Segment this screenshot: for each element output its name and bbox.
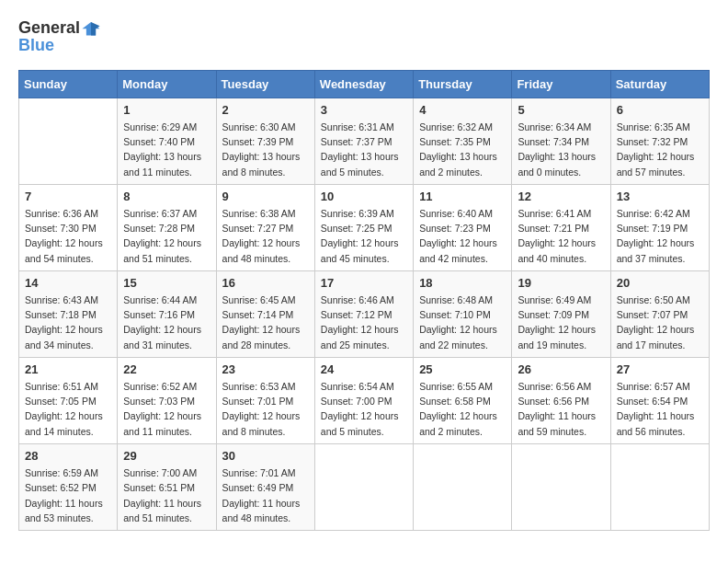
- day-number: 26: [518, 362, 604, 376]
- day-number: 2: [222, 103, 309, 117]
- day-info: Sunrise: 6:43 AMSunset: 7:18 PMDaylight:…: [25, 293, 111, 352]
- day-number: 11: [419, 190, 506, 203]
- calendar-cell: 1Sunrise: 6:29 AMSunset: 7:40 PMDaylight…: [118, 98, 216, 184]
- day-number: 29: [123, 449, 210, 463]
- day-info: Sunrise: 6:30 AMSunset: 7:39 PMDaylight:…: [222, 120, 309, 179]
- day-info: Sunrise: 6:38 AMSunset: 7:27 PMDaylight:…: [222, 206, 309, 266]
- day-info: Sunrise: 6:53 AMSunset: 7:01 PMDaylight:…: [222, 379, 309, 439]
- day-number: 20: [617, 276, 703, 290]
- calendar-cell: 22Sunrise: 6:52 AMSunset: 7:03 PMDayligh…: [118, 357, 216, 443]
- calendar-cell: [314, 444, 413, 531]
- day-number: 14: [25, 276, 111, 290]
- calendar-cell: [610, 444, 709, 531]
- calendar-cell: 29Sunrise: 7:00 AMSunset: 6:51 PMDayligh…: [118, 444, 216, 531]
- day-info: Sunrise: 6:44 AMSunset: 7:16 PMDaylight:…: [123, 293, 210, 352]
- calendar-cell: 7Sunrise: 6:36 AMSunset: 7:30 PMDaylight…: [19, 184, 118, 270]
- day-number: 13: [617, 190, 703, 203]
- day-number: 25: [419, 362, 506, 376]
- calendar-cell: 23Sunrise: 6:53 AMSunset: 7:01 PMDayligh…: [216, 357, 314, 443]
- calendar-cell: 21Sunrise: 6:51 AMSunset: 7:05 PMDayligh…: [19, 357, 118, 443]
- calendar-cell: [414, 444, 512, 531]
- day-info: Sunrise: 6:48 AMSunset: 7:10 PMDaylight:…: [419, 293, 506, 352]
- calendar-cell: 8Sunrise: 6:37 AMSunset: 7:28 PMDaylight…: [118, 184, 216, 270]
- day-of-week-header: Tuesday: [216, 70, 314, 98]
- day-info: Sunrise: 6:32 AMSunset: 7:35 PMDaylight:…: [419, 120, 506, 179]
- day-number: 18: [419, 276, 506, 290]
- day-of-week-header: Saturday: [610, 70, 709, 98]
- calendar-cell: 3Sunrise: 6:31 AMSunset: 7:37 PMDaylight…: [314, 98, 413, 184]
- day-info: Sunrise: 6:56 AMSunset: 6:56 PMDaylight:…: [518, 379, 604, 439]
- day-info: Sunrise: 6:49 AMSunset: 7:09 PMDaylight:…: [518, 293, 604, 352]
- day-info: Sunrise: 6:59 AMSunset: 6:52 PMDaylight:…: [25, 465, 111, 525]
- day-of-week-header: Wednesday: [314, 70, 413, 98]
- day-number: 28: [25, 449, 111, 463]
- calendar-cell: [19, 98, 118, 184]
- calendar-cell: 20Sunrise: 6:50 AMSunset: 7:07 PMDayligh…: [610, 270, 709, 357]
- calendar-cell: 10Sunrise: 6:39 AMSunset: 7:25 PMDayligh…: [314, 184, 413, 270]
- day-number: 5: [518, 103, 604, 117]
- day-info: Sunrise: 6:41 AMSunset: 7:21 PMDaylight:…: [518, 206, 604, 266]
- day-info: Sunrise: 6:57 AMSunset: 6:54 PMDaylight:…: [617, 379, 703, 439]
- calendar-cell: 2Sunrise: 6:30 AMSunset: 7:39 PMDaylight…: [216, 98, 314, 184]
- day-info: Sunrise: 7:01 AMSunset: 6:49 PMDaylight:…: [222, 465, 309, 525]
- calendar-cell: 11Sunrise: 6:40 AMSunset: 7:23 PMDayligh…: [414, 184, 512, 270]
- calendar-cell: 30Sunrise: 7:01 AMSunset: 6:49 PMDayligh…: [216, 444, 314, 531]
- day-info: Sunrise: 6:39 AMSunset: 7:25 PMDaylight:…: [321, 206, 407, 266]
- day-number: 22: [123, 362, 210, 376]
- calendar-week-row: 14Sunrise: 6:43 AMSunset: 7:18 PMDayligh…: [19, 270, 710, 357]
- day-number: 24: [321, 362, 407, 376]
- day-info: Sunrise: 6:55 AMSunset: 6:58 PMDaylight:…: [419, 379, 506, 439]
- calendar-header-row: SundayMondayTuesdayWednesdayThursdayFrid…: [19, 70, 710, 98]
- calendar-cell: 9Sunrise: 6:38 AMSunset: 7:27 PMDaylight…: [216, 184, 314, 270]
- calendar-cell: 13Sunrise: 6:42 AMSunset: 7:19 PMDayligh…: [610, 184, 709, 270]
- day-of-week-header: Sunday: [19, 70, 118, 98]
- calendar-cell: 18Sunrise: 6:48 AMSunset: 7:10 PMDayligh…: [414, 270, 512, 357]
- day-number: 23: [222, 362, 309, 376]
- day-info: Sunrise: 6:51 AMSunset: 7:05 PMDaylight:…: [25, 379, 111, 439]
- day-info: Sunrise: 6:42 AMSunset: 7:19 PMDaylight:…: [617, 206, 703, 266]
- day-info: Sunrise: 6:36 AMSunset: 7:30 PMDaylight:…: [25, 206, 111, 266]
- day-number: 15: [123, 276, 210, 290]
- calendar-cell: 14Sunrise: 6:43 AMSunset: 7:18 PMDayligh…: [19, 270, 118, 357]
- calendar-cell: 17Sunrise: 6:46 AMSunset: 7:12 PMDayligh…: [314, 270, 413, 357]
- day-info: Sunrise: 6:34 AMSunset: 7:34 PMDaylight:…: [518, 120, 604, 179]
- calendar-cell: 26Sunrise: 6:56 AMSunset: 6:56 PMDayligh…: [512, 357, 610, 443]
- calendar-cell: [512, 444, 610, 531]
- day-number: 19: [518, 276, 604, 290]
- day-info: Sunrise: 6:50 AMSunset: 7:07 PMDaylight:…: [617, 293, 703, 352]
- day-number: 6: [617, 103, 703, 117]
- calendar-cell: 5Sunrise: 6:34 AMSunset: 7:34 PMDaylight…: [512, 98, 610, 184]
- calendar-cell: 24Sunrise: 6:54 AMSunset: 7:00 PMDayligh…: [314, 357, 413, 443]
- day-number: 17: [321, 276, 407, 290]
- day-info: Sunrise: 6:45 AMSunset: 7:14 PMDaylight:…: [222, 293, 309, 352]
- calendar-week-row: 1Sunrise: 6:29 AMSunset: 7:40 PMDaylight…: [19, 98, 710, 184]
- calendar-table: SundayMondayTuesdayWednesdayThursdayFrid…: [18, 70, 710, 531]
- day-number: 12: [518, 190, 604, 203]
- day-number: 1: [123, 103, 210, 117]
- calendar-cell: 4Sunrise: 6:32 AMSunset: 7:35 PMDaylight…: [414, 98, 512, 184]
- day-info: Sunrise: 6:31 AMSunset: 7:37 PMDaylight:…: [321, 120, 407, 179]
- logo: General Blue: [18, 18, 102, 55]
- day-number: 9: [222, 190, 309, 203]
- calendar-week-row: 21Sunrise: 6:51 AMSunset: 7:05 PMDayligh…: [19, 357, 710, 443]
- page-header: General Blue: [18, 18, 710, 55]
- day-info: Sunrise: 6:54 AMSunset: 7:00 PMDaylight:…: [321, 379, 407, 439]
- day-number: 3: [321, 103, 407, 117]
- calendar-week-row: 7Sunrise: 6:36 AMSunset: 7:30 PMDaylight…: [19, 184, 710, 270]
- day-info: Sunrise: 6:35 AMSunset: 7:32 PMDaylight:…: [617, 120, 703, 179]
- calendar-cell: 16Sunrise: 6:45 AMSunset: 7:14 PMDayligh…: [216, 270, 314, 357]
- day-of-week-header: Thursday: [414, 70, 512, 98]
- calendar-cell: 25Sunrise: 6:55 AMSunset: 6:58 PMDayligh…: [414, 357, 512, 443]
- calendar-week-row: 28Sunrise: 6:59 AMSunset: 6:52 PMDayligh…: [19, 444, 710, 531]
- calendar-cell: 19Sunrise: 6:49 AMSunset: 7:09 PMDayligh…: [512, 270, 610, 357]
- calendar-cell: 28Sunrise: 6:59 AMSunset: 6:52 PMDayligh…: [19, 444, 118, 531]
- calendar-cell: 27Sunrise: 6:57 AMSunset: 6:54 PMDayligh…: [610, 357, 709, 443]
- day-number: 4: [419, 103, 506, 117]
- day-number: 16: [222, 276, 309, 290]
- day-info: Sunrise: 6:52 AMSunset: 7:03 PMDaylight:…: [123, 379, 210, 439]
- logo-bird-icon: [81, 19, 101, 40]
- day-of-week-header: Monday: [118, 70, 216, 98]
- calendar-cell: 6Sunrise: 6:35 AMSunset: 7:32 PMDaylight…: [610, 98, 709, 184]
- day-number: 21: [25, 362, 111, 376]
- day-number: 27: [617, 362, 703, 376]
